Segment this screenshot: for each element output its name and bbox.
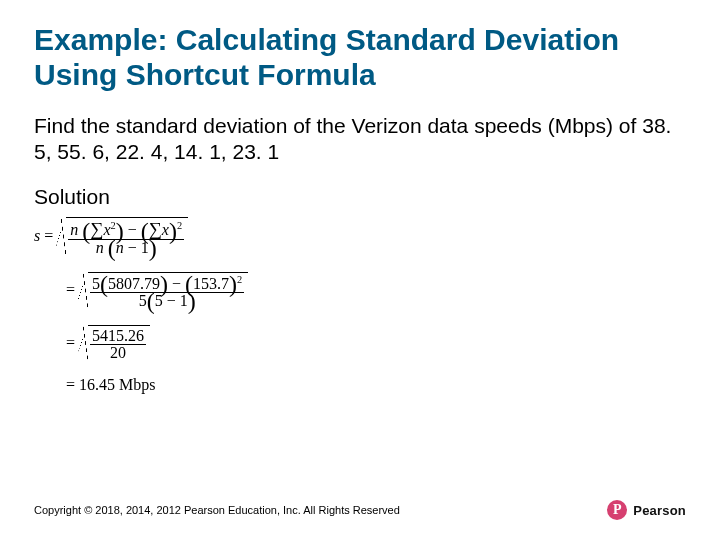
equals-sign-2: =: [66, 282, 75, 298]
minus-sign: −: [128, 221, 137, 238]
rp6: ): [188, 288, 196, 314]
slide-footer: Copyright © 2018, 2014, 2012 Pearson Edu…: [34, 500, 686, 520]
equals-sign-4: =: [66, 376, 75, 393]
square-root-3: 5415.26 20: [78, 325, 150, 361]
numerator-value: 5415.26: [90, 328, 146, 345]
result-unit: Mbps: [119, 376, 155, 393]
rp4: ): [160, 271, 168, 297]
result-value: 16.45: [79, 376, 115, 393]
radical-sign-icon: [78, 272, 88, 309]
lp6: (: [147, 288, 155, 314]
copyright-text: Copyright © 2018, 2014, 2012 Pearson Edu…: [34, 504, 400, 516]
denominator-value: 20: [108, 345, 128, 361]
radical-sign-icon: [78, 325, 88, 361]
sq-exp-3: 2: [237, 274, 242, 285]
sigma-icon: ∑: [90, 219, 103, 239]
pearson-wordmark: Pearson: [633, 503, 686, 518]
variable-s: s: [34, 228, 40, 244]
sq-exp: 2: [111, 220, 116, 231]
minus-sign-3: −: [172, 275, 181, 292]
slide-title: Example: Calculating Standard Deviation …: [34, 22, 686, 93]
equals-sign: =: [44, 228, 53, 244]
formula-step-1: s = n (∑x2) − (∑x)2 n (n − 1): [34, 217, 686, 255]
rp5: ): [229, 271, 237, 297]
left-paren-3: (: [108, 235, 116, 261]
pearson-p-icon: P: [607, 500, 627, 520]
lp4: (: [100, 271, 108, 297]
right-paren-3: ): [149, 235, 157, 261]
minus-sign-2: −: [128, 239, 137, 256]
square-root: n (∑x2) − (∑x)2 n (n − 1): [56, 217, 188, 255]
left-paren: (: [82, 218, 90, 244]
formula-step-2: = 5(5807.79) − (153.7)2 5(5 − 1): [34, 272, 686, 309]
solution-heading: Solution: [34, 185, 686, 209]
left-paren-2: (: [141, 218, 149, 244]
pearson-logo: P Pearson: [607, 500, 686, 520]
math-derivation: s = n (∑x2) − (∑x)2 n (n − 1): [34, 217, 686, 393]
square-root-2: 5(5807.79) − (153.7)2 5(5 − 1): [78, 272, 248, 309]
problem-statement: Find the standard deviation of the Veriz…: [34, 113, 686, 166]
formula-step-3: = 5415.26 20: [34, 325, 686, 361]
right-paren-2: ): [169, 218, 177, 244]
right-paren: ): [116, 218, 124, 244]
slide: Example: Calculating Standard Deviation …: [0, 0, 720, 540]
fraction-3: 5415.26 20: [90, 328, 146, 361]
fraction: n (∑x2) − (∑x)2 n (n − 1): [68, 220, 184, 255]
n-symbol: n: [70, 221, 78, 238]
x-symbol-2: x: [162, 221, 169, 238]
sq-exp-2: 2: [177, 220, 182, 231]
radical-sign-icon: [56, 217, 66, 255]
sum-x-value: 153.7: [193, 275, 229, 292]
equals-sign-3: =: [66, 335, 75, 351]
formula-result: = 16.45 Mbps: [34, 377, 686, 393]
n-symbol-den: n: [96, 239, 104, 256]
fraction-2: 5(5807.79) − (153.7)2 5(5 − 1): [90, 275, 244, 309]
n-value: 5: [92, 275, 100, 292]
n-value-2: 5: [139, 292, 147, 309]
